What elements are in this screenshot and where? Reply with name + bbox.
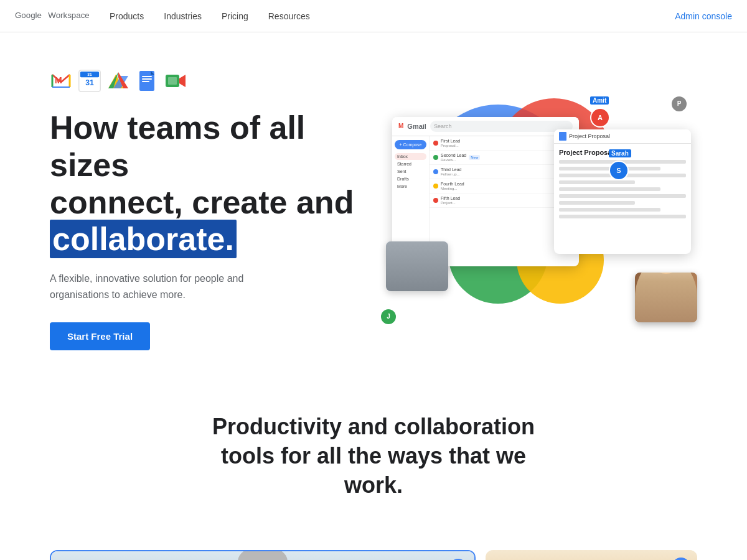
svg-rect-15	[142, 76, 152, 77]
nav-pricing[interactable]: Pricing	[222, 11, 248, 21]
svg-text:Workspace: Workspace	[48, 10, 89, 19]
avatar-top-right: P	[670, 95, 688, 113]
productivity-section: Productivity and collaboration tools for…	[0, 375, 747, 549]
calendar-icon: 31 31	[78, 70, 101, 92]
hero-left: M 31 31	[50, 70, 374, 350]
nav-resources[interactable]: Resources	[268, 11, 310, 21]
video-card-side: You	[486, 550, 697, 560]
video-call-thumb-mock	[635, 273, 697, 322]
svg-marker-20	[179, 75, 186, 87]
nav-products[interactable]: Products	[110, 11, 144, 21]
admin-console-link[interactable]: Admin console	[675, 11, 732, 21]
video-cards-row: You	[0, 550, 747, 560]
gmail-icon: M	[50, 70, 72, 92]
gmail-search-mock: Search	[430, 121, 573, 132]
hero-subtitle: A flexible, innovative solution for peop…	[50, 271, 286, 302]
docs-icon	[136, 70, 158, 92]
product-icons-row: M 31 31	[50, 70, 374, 92]
productivity-title: Productivity and collaboration tools for…	[212, 413, 535, 500]
hero-title: How teams of all sizes connect, create a…	[50, 110, 374, 258]
video-call-main-mock	[386, 241, 448, 291]
svg-text:Google: Google	[15, 10, 42, 19]
meet-icon	[164, 70, 187, 92]
video-card-main	[50, 550, 476, 560]
drive-icon	[107, 70, 129, 92]
nav-industries[interactable]: Industries	[164, 11, 202, 21]
svg-rect-17	[142, 81, 149, 82]
hero-section: M 31 31	[0, 32, 747, 375]
google-workspace-logo: Google Workspace	[15, 9, 90, 24]
start-trial-button[interactable]: Start Free Trial	[50, 322, 150, 350]
hero-illustration: M Gmail Search + Compose Inbox Starred S…	[374, 92, 697, 329]
compose-mock: + Compose	[395, 140, 426, 149]
svg-rect-16	[142, 78, 152, 80]
avatar-amit: Amit A	[590, 108, 610, 128]
svg-text:31: 31	[87, 72, 92, 77]
avatar-sarah: Sarah S	[609, 161, 629, 180]
nav-left: Google Workspace Products Industries Pri…	[15, 9, 310, 24]
avatar-bottom: J	[380, 308, 397, 325]
docs-window-mock: Project Proposal Project Proposal	[554, 129, 691, 254]
navbar: Google Workspace Products Industries Pri…	[0, 0, 747, 32]
svg-text:M: M	[55, 75, 62, 85]
svg-text:31: 31	[85, 78, 94, 87]
svg-rect-21	[168, 77, 177, 85]
